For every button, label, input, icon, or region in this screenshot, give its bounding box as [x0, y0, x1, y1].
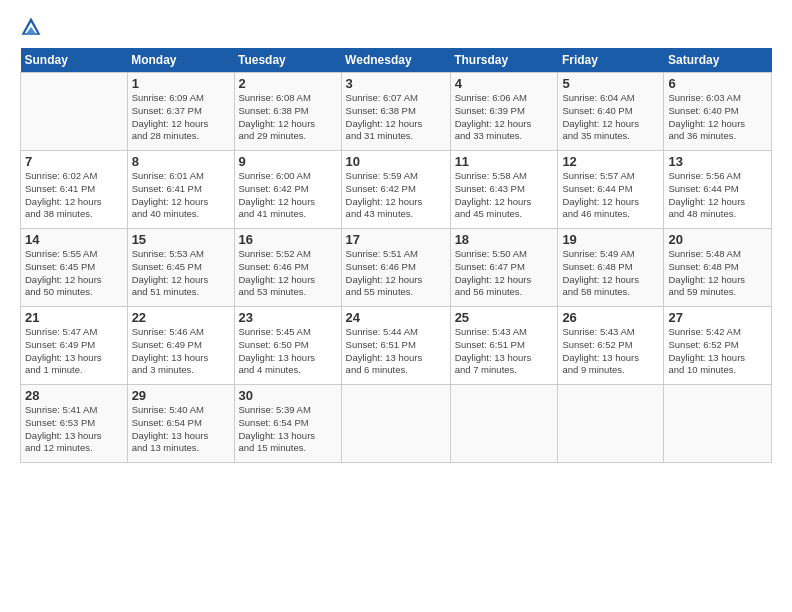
column-header-monday: Monday [127, 48, 234, 73]
column-header-saturday: Saturday [664, 48, 772, 73]
day-info: Sunrise: 6:02 AM Sunset: 6:41 PM Dayligh… [25, 170, 123, 221]
day-number: 27 [668, 310, 767, 325]
day-number: 15 [132, 232, 230, 247]
column-header-tuesday: Tuesday [234, 48, 341, 73]
day-number: 26 [562, 310, 659, 325]
day-number: 23 [239, 310, 337, 325]
day-cell: 12Sunrise: 5:57 AM Sunset: 6:44 PM Dayli… [558, 151, 664, 229]
day-info: Sunrise: 5:43 AM Sunset: 6:52 PM Dayligh… [562, 326, 659, 377]
day-number: 21 [25, 310, 123, 325]
day-cell: 21Sunrise: 5:47 AM Sunset: 6:49 PM Dayli… [21, 307, 128, 385]
day-cell: 11Sunrise: 5:58 AM Sunset: 6:43 PM Dayli… [450, 151, 558, 229]
day-cell [664, 385, 772, 463]
day-cell: 2Sunrise: 6:08 AM Sunset: 6:38 PM Daylig… [234, 73, 341, 151]
day-number: 17 [346, 232, 446, 247]
day-info: Sunrise: 6:09 AM Sunset: 6:37 PM Dayligh… [132, 92, 230, 143]
week-row-5: 28Sunrise: 5:41 AM Sunset: 6:53 PM Dayli… [21, 385, 772, 463]
day-info: Sunrise: 6:01 AM Sunset: 6:41 PM Dayligh… [132, 170, 230, 221]
day-cell: 6Sunrise: 6:03 AM Sunset: 6:40 PM Daylig… [664, 73, 772, 151]
day-info: Sunrise: 5:50 AM Sunset: 6:47 PM Dayligh… [455, 248, 554, 299]
day-info: Sunrise: 5:42 AM Sunset: 6:52 PM Dayligh… [668, 326, 767, 377]
day-number: 16 [239, 232, 337, 247]
day-number: 9 [239, 154, 337, 169]
day-number: 4 [455, 76, 554, 91]
day-cell: 20Sunrise: 5:48 AM Sunset: 6:48 PM Dayli… [664, 229, 772, 307]
week-row-1: 1Sunrise: 6:09 AM Sunset: 6:37 PM Daylig… [21, 73, 772, 151]
day-number: 30 [239, 388, 337, 403]
day-info: Sunrise: 5:40 AM Sunset: 6:54 PM Dayligh… [132, 404, 230, 455]
day-number: 12 [562, 154, 659, 169]
day-cell: 17Sunrise: 5:51 AM Sunset: 6:46 PM Dayli… [341, 229, 450, 307]
day-info: Sunrise: 5:45 AM Sunset: 6:50 PM Dayligh… [239, 326, 337, 377]
day-info: Sunrise: 5:55 AM Sunset: 6:45 PM Dayligh… [25, 248, 123, 299]
day-cell: 8Sunrise: 6:01 AM Sunset: 6:41 PM Daylig… [127, 151, 234, 229]
day-number: 8 [132, 154, 230, 169]
day-cell: 30Sunrise: 5:39 AM Sunset: 6:54 PM Dayli… [234, 385, 341, 463]
calendar-header-row: SundayMondayTuesdayWednesdayThursdayFrid… [21, 48, 772, 73]
calendar-table: SundayMondayTuesdayWednesdayThursdayFrid… [20, 48, 772, 463]
day-info: Sunrise: 6:08 AM Sunset: 6:38 PM Dayligh… [239, 92, 337, 143]
day-cell: 26Sunrise: 5:43 AM Sunset: 6:52 PM Dayli… [558, 307, 664, 385]
day-number: 11 [455, 154, 554, 169]
day-info: Sunrise: 5:51 AM Sunset: 6:46 PM Dayligh… [346, 248, 446, 299]
day-info: Sunrise: 5:48 AM Sunset: 6:48 PM Dayligh… [668, 248, 767, 299]
day-info: Sunrise: 6:03 AM Sunset: 6:40 PM Dayligh… [668, 92, 767, 143]
day-number: 13 [668, 154, 767, 169]
week-row-4: 21Sunrise: 5:47 AM Sunset: 6:49 PM Dayli… [21, 307, 772, 385]
day-cell: 5Sunrise: 6:04 AM Sunset: 6:40 PM Daylig… [558, 73, 664, 151]
day-cell: 15Sunrise: 5:53 AM Sunset: 6:45 PM Dayli… [127, 229, 234, 307]
column-header-friday: Friday [558, 48, 664, 73]
day-cell: 1Sunrise: 6:09 AM Sunset: 6:37 PM Daylig… [127, 73, 234, 151]
day-number: 18 [455, 232, 554, 247]
day-number: 28 [25, 388, 123, 403]
day-cell: 29Sunrise: 5:40 AM Sunset: 6:54 PM Dayli… [127, 385, 234, 463]
day-number: 5 [562, 76, 659, 91]
day-info: Sunrise: 5:58 AM Sunset: 6:43 PM Dayligh… [455, 170, 554, 221]
day-number: 22 [132, 310, 230, 325]
day-cell: 14Sunrise: 5:55 AM Sunset: 6:45 PM Dayli… [21, 229, 128, 307]
day-cell: 10Sunrise: 5:59 AM Sunset: 6:42 PM Dayli… [341, 151, 450, 229]
day-info: Sunrise: 6:07 AM Sunset: 6:38 PM Dayligh… [346, 92, 446, 143]
day-number: 14 [25, 232, 123, 247]
day-number: 2 [239, 76, 337, 91]
day-info: Sunrise: 6:04 AM Sunset: 6:40 PM Dayligh… [562, 92, 659, 143]
day-number: 20 [668, 232, 767, 247]
logo-icon [20, 16, 42, 38]
day-number: 1 [132, 76, 230, 91]
day-info: Sunrise: 5:43 AM Sunset: 6:51 PM Dayligh… [455, 326, 554, 377]
day-cell: 27Sunrise: 5:42 AM Sunset: 6:52 PM Dayli… [664, 307, 772, 385]
day-info: Sunrise: 5:39 AM Sunset: 6:54 PM Dayligh… [239, 404, 337, 455]
column-header-sunday: Sunday [21, 48, 128, 73]
day-cell: 23Sunrise: 5:45 AM Sunset: 6:50 PM Dayli… [234, 307, 341, 385]
day-number: 3 [346, 76, 446, 91]
day-cell: 4Sunrise: 6:06 AM Sunset: 6:39 PM Daylig… [450, 73, 558, 151]
logo [20, 16, 44, 38]
day-number: 7 [25, 154, 123, 169]
day-info: Sunrise: 5:56 AM Sunset: 6:44 PM Dayligh… [668, 170, 767, 221]
day-info: Sunrise: 5:41 AM Sunset: 6:53 PM Dayligh… [25, 404, 123, 455]
day-info: Sunrise: 6:06 AM Sunset: 6:39 PM Dayligh… [455, 92, 554, 143]
day-cell [450, 385, 558, 463]
day-number: 6 [668, 76, 767, 91]
day-cell: 7Sunrise: 6:02 AM Sunset: 6:41 PM Daylig… [21, 151, 128, 229]
day-info: Sunrise: 5:59 AM Sunset: 6:42 PM Dayligh… [346, 170, 446, 221]
day-cell: 28Sunrise: 5:41 AM Sunset: 6:53 PM Dayli… [21, 385, 128, 463]
day-cell: 3Sunrise: 6:07 AM Sunset: 6:38 PM Daylig… [341, 73, 450, 151]
day-number: 19 [562, 232, 659, 247]
week-row-2: 7Sunrise: 6:02 AM Sunset: 6:41 PM Daylig… [21, 151, 772, 229]
day-cell: 25Sunrise: 5:43 AM Sunset: 6:51 PM Dayli… [450, 307, 558, 385]
day-info: Sunrise: 5:46 AM Sunset: 6:49 PM Dayligh… [132, 326, 230, 377]
day-number: 25 [455, 310, 554, 325]
day-cell [341, 385, 450, 463]
day-info: Sunrise: 6:00 AM Sunset: 6:42 PM Dayligh… [239, 170, 337, 221]
day-number: 24 [346, 310, 446, 325]
week-row-3: 14Sunrise: 5:55 AM Sunset: 6:45 PM Dayli… [21, 229, 772, 307]
day-cell: 13Sunrise: 5:56 AM Sunset: 6:44 PM Dayli… [664, 151, 772, 229]
day-cell [21, 73, 128, 151]
day-cell: 24Sunrise: 5:44 AM Sunset: 6:51 PM Dayli… [341, 307, 450, 385]
day-info: Sunrise: 5:53 AM Sunset: 6:45 PM Dayligh… [132, 248, 230, 299]
page-header [20, 16, 772, 38]
day-cell: 19Sunrise: 5:49 AM Sunset: 6:48 PM Dayli… [558, 229, 664, 307]
day-cell: 9Sunrise: 6:00 AM Sunset: 6:42 PM Daylig… [234, 151, 341, 229]
day-info: Sunrise: 5:44 AM Sunset: 6:51 PM Dayligh… [346, 326, 446, 377]
